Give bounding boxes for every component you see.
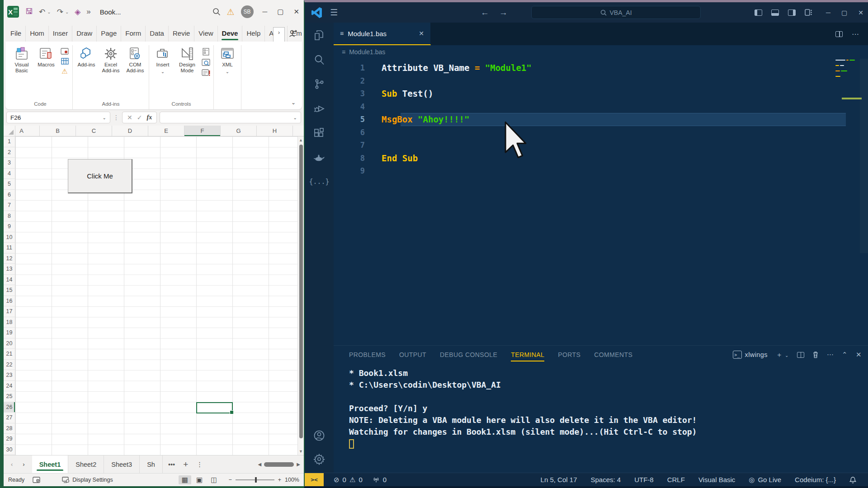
maximize-button[interactable]: ▢: [277, 8, 283, 16]
toggle-sidebar-icon[interactable]: [755, 9, 762, 16]
ribbon-tab[interactable]: Deve: [218, 26, 243, 42]
row-header[interactable]: 12: [4, 253, 15, 264]
record-macro-icon[interactable]: [61, 48, 69, 55]
undo-chevron-icon[interactable]: ⌄: [47, 9, 51, 14]
editor-more-actions-icon[interactable]: ⋯: [852, 30, 859, 38]
run-dialog-icon[interactable]: [202, 69, 210, 76]
terminal-shell-badge[interactable]: >_ xlwings: [733, 351, 768, 359]
kill-terminal-icon[interactable]: [812, 351, 819, 358]
macro-security-icon[interactable]: ⚠: [61, 68, 67, 75]
remote-indicator[interactable]: ><: [305, 473, 324, 486]
zoom-slider-handle[interactable]: [255, 477, 257, 483]
undo-icon[interactable]: ↶: [39, 7, 45, 17]
code-line[interactable]: 1Attribute VB_Name = "Module1": [334, 61, 868, 75]
add-sheet-button[interactable]: +: [183, 460, 188, 469]
row-header[interactable]: 13: [4, 264, 15, 275]
split-terminal-icon[interactable]: [797, 352, 804, 358]
row-header[interactable]: 28: [4, 423, 15, 434]
breadcrumb[interactable]: ≡ Module1.bas: [334, 45, 868, 59]
normal-view-icon[interactable]: ▦: [179, 475, 191, 484]
row-header[interactable]: 16: [4, 296, 15, 307]
codeium-status[interactable]: Codeium: {...}: [795, 476, 836, 483]
addins-button[interactable]: Add-ins: [75, 45, 98, 68]
tab-close-icon[interactable]: ✕: [419, 30, 424, 37]
share-icon[interactable]: [288, 29, 297, 38]
click-me-button[interactable]: Click Me: [68, 159, 132, 193]
formula-input[interactable]: ⌄: [160, 112, 301, 123]
row-header[interactable]: 7: [4, 200, 15, 211]
toggle-panel-icon[interactable]: [771, 9, 779, 16]
ribbon-tab[interactable]: Form: [121, 26, 146, 42]
row-header[interactable]: 14: [4, 275, 15, 286]
row-header[interactable]: 8: [4, 211, 15, 222]
maximize-button[interactable]: ▢: [841, 9, 847, 16]
formula-expand-chevron-icon[interactable]: ⌄: [293, 115, 297, 120]
panel-tab[interactable]: PROBLEMS: [349, 347, 386, 362]
go-live-button[interactable]: ◎Go Live: [749, 476, 781, 484]
page-break-view-icon[interactable]: ◫: [208, 475, 220, 484]
code-line[interactable]: 3Sub Test(): [334, 87, 868, 100]
account-icon[interactable]: [313, 429, 326, 442]
ribbon-tab[interactable]: File: [6, 26, 26, 42]
cancel-formula-icon[interactable]: ✕: [127, 114, 132, 121]
ribbon-tab[interactable]: Hom: [26, 26, 49, 42]
cursor-position[interactable]: Ln 5, Col 17: [541, 476, 577, 483]
close-button[interactable]: ✕: [293, 8, 299, 16]
sheet-tabs-more-icon[interactable]: •••: [168, 461, 175, 468]
row-header[interactable]: 6: [4, 190, 15, 201]
notifications-bell-icon[interactable]: [849, 476, 856, 483]
redo-chevron-icon[interactable]: ⌄: [65, 9, 69, 14]
row-header[interactable]: 2: [4, 147, 15, 158]
horizontal-scroll-thumb[interactable]: [264, 462, 294, 467]
save-icon[interactable]: 🖫: [25, 7, 33, 16]
search-icon[interactable]: [212, 8, 221, 16]
vertical-scroll-thumb[interactable]: [299, 145, 303, 438]
row-header[interactable]: 5: [4, 179, 15, 190]
code-line[interactable]: 6: [334, 126, 868, 139]
panel-tab[interactable]: OUTPUT: [399, 347, 426, 362]
xml-source-button[interactable]: XML ⌄: [216, 45, 239, 75]
row-header[interactable]: 27: [4, 413, 15, 423]
macro-record-icon[interactable]: [33, 477, 40, 483]
row-header[interactable]: 24: [4, 381, 15, 392]
panel-tab[interactable]: COMMENTS: [594, 347, 632, 362]
column-header[interactable]: F: [184, 126, 221, 136]
name-box-chevron-icon[interactable]: ⌄: [103, 115, 106, 120]
sheet-tab[interactable]: Sheet3: [104, 455, 140, 473]
close-button[interactable]: ✕: [858, 9, 863, 16]
select-all-corner[interactable]: [4, 126, 15, 136]
display-settings-button[interactable]: Display Settings: [62, 477, 113, 483]
ribbon-tab[interactable]: Data: [146, 26, 169, 42]
zoom-out-button[interactable]: −: [228, 477, 231, 483]
properties-icon[interactable]: [203, 48, 209, 56]
code-line[interactable]: 9: [334, 164, 868, 178]
column-header[interactable]: H: [257, 126, 293, 136]
menu-icon[interactable]: ☰: [330, 7, 338, 18]
ribbon-tab[interactable]: Help: [242, 26, 265, 42]
sheet-tab[interactable]: Sh: [140, 455, 163, 473]
ribbon-tab[interactable]: View: [194, 26, 217, 42]
row-header[interactable]: 11: [4, 243, 15, 253]
column-header[interactable]: C: [76, 126, 112, 136]
problems-status[interactable]: ⊘0 ⚠0: [334, 476, 363, 484]
panel-tab[interactable]: PORTS: [558, 347, 580, 362]
sheet-menu-icon[interactable]: ⋮: [196, 461, 203, 468]
code-line[interactable]: 5MsgBox "Ahoy!!!!": [334, 113, 868, 126]
view-code-icon[interactable]: [202, 59, 210, 66]
hscroll-left-icon[interactable]: ◀: [258, 462, 262, 467]
code-line[interactable]: 7: [334, 139, 868, 152]
customize-layout-icon[interactable]: [805, 9, 812, 16]
hscroll-right-icon[interactable]: ▶: [297, 462, 300, 467]
column-header[interactable]: E: [148, 126, 184, 136]
panel-tab[interactable]: TERMINAL: [511, 347, 544, 362]
row-header[interactable]: 3: [4, 158, 15, 169]
row-header[interactable]: 20: [4, 338, 15, 349]
maximize-panel-icon[interactable]: ⌃: [842, 351, 848, 359]
column-header[interactable]: G: [221, 126, 257, 136]
code-line[interactable]: 8End Sub: [334, 152, 868, 165]
excel-addins-button[interactable]: Excel Add-ins: [99, 45, 123, 74]
row-header[interactable]: 21: [4, 349, 15, 360]
insert-function-icon[interactable]: fx: [146, 114, 152, 121]
extensions-icon[interactable]: [313, 127, 326, 139]
panel-more-actions-icon[interactable]: ⋯: [827, 351, 834, 359]
